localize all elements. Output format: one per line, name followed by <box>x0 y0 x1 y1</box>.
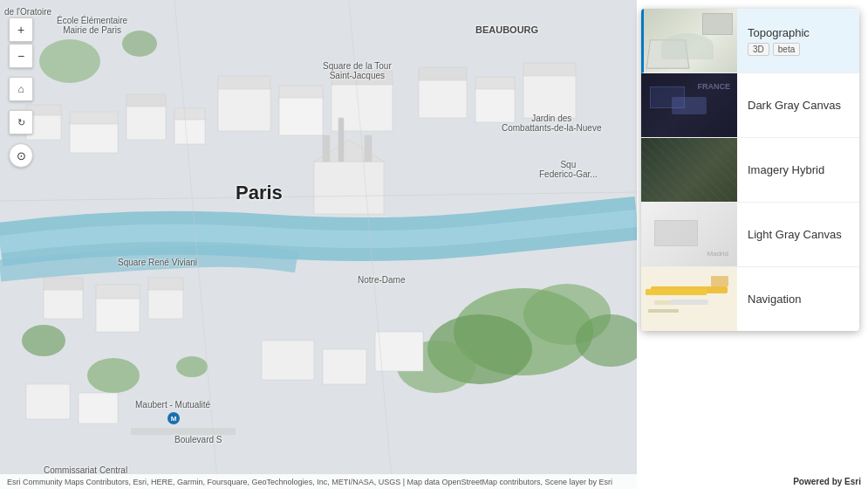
layer-info-dark-gray: Dark Gray Canvas <box>737 92 859 119</box>
layer-item-navigation[interactable]: Navigation <box>641 267 859 331</box>
svg-rect-36 <box>523 63 576 76</box>
svg-point-9 <box>39 39 100 83</box>
zoom-in-button[interactable]: + <box>9 17 33 42</box>
svg-rect-16 <box>126 105 166 140</box>
layer-name-topographic: Topographic <box>748 26 849 39</box>
map-scene <box>0 0 637 489</box>
svg-rect-14 <box>70 122 118 153</box>
svg-rect-40 <box>96 285 140 299</box>
svg-rect-31 <box>419 79 467 118</box>
svg-rect-29 <box>365 135 372 162</box>
layer-item-imagery-hybrid[interactable]: Imagery Hybrid <box>641 138 859 203</box>
layer-info-imagery-hybrid: Imagery Hybrid <box>737 156 859 183</box>
panel-scroll[interactable]: Topographic 3D beta FRANCE Dark Gray Ca <box>641 9 859 331</box>
attribution-text: Esri Community Maps Contributors, Esri, … <box>7 478 612 486</box>
svg-rect-28 <box>323 135 330 162</box>
layer-item-light-gray[interactable]: Madrid Light Gray Canvas <box>641 203 859 267</box>
svg-rect-41 <box>148 288 183 319</box>
svg-point-11 <box>176 356 208 377</box>
layer-panel: Topographic 3D beta FRANCE Dark Gray Ca <box>641 9 859 331</box>
svg-rect-39 <box>96 297 140 332</box>
svg-rect-33 <box>475 87 515 122</box>
zoom-out-button[interactable]: − <box>9 44 33 68</box>
layer-thumbnail-dark-gray: FRANCE <box>641 73 737 137</box>
badge-beta: beta <box>773 43 800 56</box>
svg-rect-30 <box>338 118 344 162</box>
layer-info-topographic: Topographic 3D beta <box>737 19 859 63</box>
badge-3d: 3D <box>748 43 769 56</box>
svg-rect-32 <box>419 67 467 80</box>
svg-rect-47 <box>375 332 423 371</box>
map-controls: + − ⌂ ↻ ⊙ <box>9 17 33 168</box>
home-button[interactable]: ⌂ <box>9 77 33 101</box>
svg-rect-21 <box>218 76 270 89</box>
attribution-bar: Esri Community Maps Contributors, Esri, … <box>0 474 868 489</box>
svg-rect-43 <box>26 384 70 419</box>
svg-rect-35 <box>523 74 576 118</box>
svg-rect-18 <box>174 118 205 144</box>
svg-rect-20 <box>218 87 270 131</box>
svg-rect-23 <box>279 86 323 98</box>
layer-thumbnail-topographic <box>644 9 737 72</box>
svg-rect-34 <box>475 77 515 89</box>
svg-rect-15 <box>70 112 118 124</box>
svg-point-10 <box>122 31 157 57</box>
layer-thumbnail-light-gray: Madrid <box>641 203 737 266</box>
layer-item-dark-gray[interactable]: FRANCE Dark Gray Canvas <box>641 73 859 138</box>
svg-rect-38 <box>44 278 83 290</box>
compass-button[interactable]: ⊙ <box>9 143 33 168</box>
svg-rect-44 <box>79 393 118 424</box>
svg-rect-25 <box>331 71 393 85</box>
svg-point-8 <box>22 325 65 356</box>
layer-info-navigation: Navigation <box>737 286 859 313</box>
layer-name-navigation: Navigation <box>748 293 849 306</box>
svg-rect-51 <box>131 428 236 435</box>
svg-rect-26 <box>314 162 384 214</box>
layer-thumbnail-imagery-hybrid <box>641 138 737 202</box>
layer-info-light-gray: Light Gray Canvas <box>737 221 859 248</box>
svg-point-7 <box>87 358 140 393</box>
svg-rect-19 <box>174 108 205 120</box>
layer-name-imagery-hybrid: Imagery Hybrid <box>748 163 849 176</box>
svg-rect-37 <box>44 288 83 319</box>
svg-rect-45 <box>262 341 314 380</box>
svg-rect-17 <box>126 94 166 107</box>
map-container: BEAUBOURG Paris Notre-Dame Square de la … <box>0 0 868 489</box>
layer-name-dark-gray: Dark Gray Canvas <box>748 99 849 112</box>
svg-rect-42 <box>148 278 183 290</box>
layer-badges-topographic: 3D beta <box>748 43 849 56</box>
esri-logo: Powered by Esri <box>793 477 861 486</box>
svg-rect-22 <box>279 96 323 135</box>
layer-name-light-gray: Light Gray Canvas <box>748 228 849 241</box>
rotate-button[interactable]: ↻ <box>9 110 33 134</box>
layer-thumbnail-navigation <box>641 267 737 331</box>
layer-item-topographic[interactable]: Topographic 3D beta <box>641 9 859 73</box>
svg-rect-46 <box>323 349 366 384</box>
